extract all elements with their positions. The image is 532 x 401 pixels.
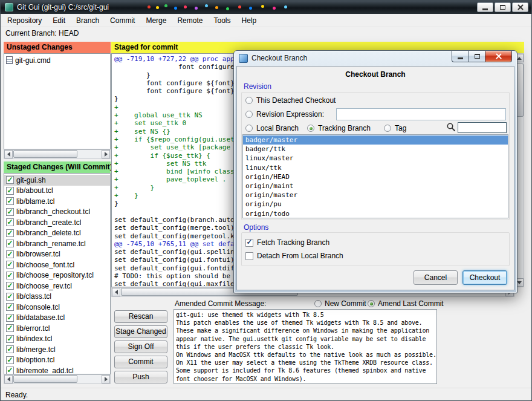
new-commit-radio[interactable]: New Commit	[314, 299, 366, 308]
checked-checkbox-icon[interactable]: ✓	[6, 272, 14, 279]
scrollbar-track[interactable]	[13, 150, 102, 158]
staged-file-row[interactable]: ✓ lib/choose_repository.tcl	[4, 270, 110, 281]
staged-file-row[interactable]: ✓ lib/branch_checkout.tcl	[4, 207, 110, 218]
staged-file-row[interactable]: ✓ lib/database.tcl	[4, 313, 110, 324]
detached-checkout-radio[interactable]: This Detached Checkout	[245, 96, 336, 105]
radio-icon[interactable]	[384, 125, 391, 132]
scroll-left-button[interactable]	[4, 150, 13, 158]
radio-selected-icon[interactable]	[307, 125, 314, 132]
checked-checkbox-icon[interactable]: ✓	[6, 229, 14, 237]
branch-list-item[interactable]: origin/HEAD	[243, 172, 508, 181]
commit-message-textarea[interactable]: git-gui: use themed tk widgets with Tk 8…	[174, 309, 437, 384]
checked-checkbox-icon[interactable]: ✓	[6, 293, 14, 301]
staged-file-row[interactable]: ✓ lib/remote_add.tcl	[4, 365, 110, 374]
branch-list-item[interactable]: origin/maint	[243, 181, 508, 191]
commit-button[interactable]: Commit	[114, 356, 167, 368]
checked-checkbox-icon[interactable]: ✓	[6, 345, 14, 353]
menu-item[interactable]: Remote	[172, 14, 208, 27]
checked-checkbox-icon[interactable]: ✓	[6, 218, 14, 226]
checked-checkbox-icon[interactable]: ✓	[6, 367, 14, 374]
menu-item[interactable]: Branch	[71, 14, 105, 27]
staged-file-row[interactable]: ✓ lib/console.tcl	[4, 302, 110, 313]
staged-file-row[interactable]: ✓ git-gui.sh	[4, 175, 110, 186]
staged-file-row[interactable]: ✓ lib/about.tcl	[4, 186, 110, 197]
local-branch-radio[interactable]: Local Branch	[245, 123, 299, 133]
checked-checkbox-icon[interactable]: ✓	[6, 187, 14, 195]
checkbox-unchecked-icon[interactable]: ✓	[245, 252, 253, 260]
unstaged-file-row[interactable]: git-gui.cmd	[4, 55, 110, 66]
staged-file-row[interactable]: ✓ lib/branch_delete.tcl	[4, 228, 110, 239]
checked-checkbox-icon[interactable]: ✓	[6, 324, 14, 332]
menu-item[interactable]: Repository	[2, 14, 47, 27]
dialog-titlebar[interactable]: Checkout Branch	[234, 51, 517, 66]
menu-item[interactable]: Help	[236, 14, 262, 27]
checked-checkbox-icon[interactable]: ✓	[6, 240, 14, 247]
checked-checkbox-icon[interactable]: ✓	[6, 250, 14, 258]
scroll-right-button[interactable]	[102, 150, 110, 158]
staged-file-row[interactable]: ✓ lib/browser.tcl	[4, 249, 110, 260]
branch-list-item[interactable]: badger/master	[243, 135, 508, 145]
revision-expression-input[interactable]	[336, 108, 506, 120]
dialog-minimize-button[interactable]	[452, 51, 469, 62]
scrollbar-thumb[interactable]	[13, 150, 77, 158]
rescan-button[interactable]: Rescan	[114, 310, 167, 323]
scroll-left-button[interactable]	[4, 375, 13, 383]
scroll-right-button[interactable]	[102, 375, 110, 383]
checked-checkbox-icon[interactable]: ✓	[6, 208, 14, 216]
staged-file-row[interactable]: ✓ lib/branch_rename.tcl	[4, 238, 110, 249]
radio-icon[interactable]	[245, 125, 253, 132]
unstaged-horizontal-scrollbar[interactable]	[4, 149, 111, 159]
checkout-button[interactable]: Checkout	[462, 270, 507, 285]
radio-icon[interactable]	[245, 111, 253, 118]
revision-expression-radio[interactable]: Revision Expression:	[245, 109, 324, 119]
checkbox-checked-icon[interactable]: ✓	[245, 239, 253, 247]
branch-list-item[interactable]: badger/ttk	[243, 145, 508, 154]
staged-file-row[interactable]: ✓ lib/error.tcl	[4, 323, 110, 334]
scroll-left-button[interactable]	[112, 288, 120, 296]
fetch-tracking-checkbox[interactable]: ✓ Fetch Tracking Branch	[245, 238, 329, 247]
menu-item[interactable]: Edit	[47, 14, 71, 27]
branch-listbox[interactable]: badger/masterbadger/ttklinux/masterlinux…	[242, 134, 508, 218]
dialog-maximize-button[interactable]	[469, 51, 485, 62]
maximize-button[interactable]	[495, 2, 511, 12]
detach-local-checkbox[interactable]: ✓ Detach From Local Branch	[245, 251, 343, 261]
branch-list-item[interactable]: origin/todo	[243, 209, 508, 218]
staged-file-row[interactable]: ✓ lib/branch_create.tcl	[4, 217, 110, 228]
tracking-branch-radio[interactable]: Tracking Branch	[307, 123, 371, 133]
menu-item[interactable]: Commit	[105, 14, 140, 27]
checked-checkbox-icon[interactable]: ✓	[6, 261, 14, 269]
branch-list-item[interactable]: linux/master	[243, 154, 508, 163]
staged-file-row[interactable]: ✓ lib/class.tcl	[4, 292, 110, 302]
tag-radio[interactable]: Tag	[384, 123, 406, 133]
radio-icon[interactable]	[245, 97, 253, 104]
branch-list-item[interactable]: linux/ttk	[243, 163, 508, 172]
dialog-close-button[interactable]	[485, 51, 512, 62]
sign-off-button[interactable]: Sign Off	[114, 341, 167, 353]
main-titlebar[interactable]: Git Gui (git-gui) C:/src/git-gui	[1, 1, 531, 14]
menu-item[interactable]: Tools	[208, 14, 236, 27]
checked-checkbox-icon[interactable]: ✓	[6, 314, 14, 322]
scrollbar-track[interactable]	[13, 375, 102, 383]
checked-checkbox-icon[interactable]: ✓	[6, 176, 14, 184]
checked-checkbox-icon[interactable]: ✓	[6, 197, 14, 205]
staged-file-row[interactable]: ✓ lib/merge.tcl	[4, 344, 110, 355]
radio-selected-icon[interactable]	[368, 300, 375, 307]
search-icon[interactable]	[446, 122, 456, 132]
checked-checkbox-icon[interactable]: ✓	[6, 356, 14, 364]
staged-file-row[interactable]: ✓ lib/option.tcl	[4, 355, 110, 366]
staged-file-row[interactable]: ✓ lib/blame.tcl	[4, 196, 110, 207]
checked-checkbox-icon[interactable]: ✓	[6, 282, 14, 290]
scrollbar-thumb[interactable]	[13, 375, 77, 383]
close-button[interactable]	[512, 2, 528, 12]
cancel-button[interactable]: Cancel	[414, 270, 458, 285]
staged-file-row[interactable]: ✓ lib/index.tcl	[4, 334, 110, 345]
staged-horizontal-scrollbar[interactable]	[4, 374, 111, 384]
push-button[interactable]: Push	[114, 371, 167, 383]
menu-item[interactable]: Merge	[140, 14, 172, 27]
amend-last-commit-radio[interactable]: Amend Last Commit	[368, 299, 444, 308]
stage-changed-button[interactable]: Stage Changed	[114, 325, 167, 338]
minimize-button[interactable]	[477, 2, 493, 12]
staged-file-row[interactable]: ✓ lib/choose_font.tcl	[4, 259, 110, 270]
branch-filter-input[interactable]	[458, 122, 507, 133]
checked-checkbox-icon[interactable]: ✓	[6, 335, 14, 343]
